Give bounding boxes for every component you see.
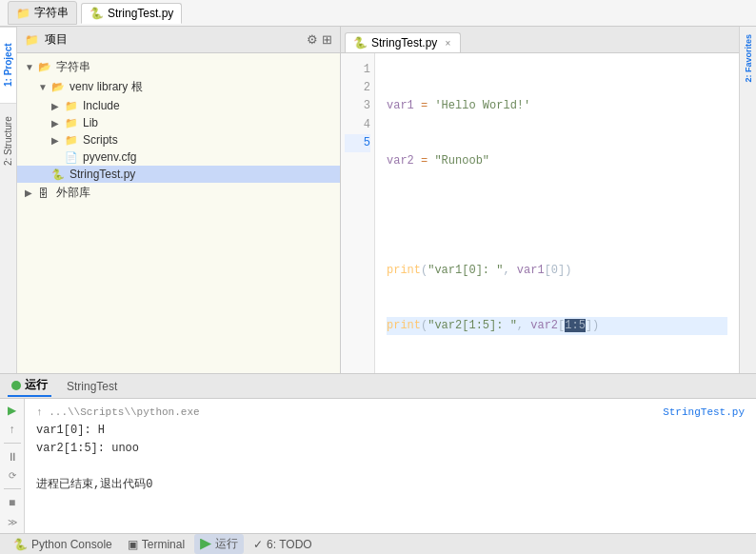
run-up-button[interactable]: ↑ xyxy=(3,422,22,437)
toolbar-separator xyxy=(4,443,21,444)
py-file-icon: 🐍 xyxy=(51,168,67,181)
tree-label-venv: venv library 根 xyxy=(70,79,143,95)
code-line-4: print("var1[0]: ", var1[0]) xyxy=(387,262,727,280)
status-console-label: Python Console xyxy=(31,538,112,551)
arrow-right-include: ▶ xyxy=(51,101,65,111)
line-num-2: 2 xyxy=(345,79,370,97)
editor-content: 1 2 3 4 5 var1 = 'Hello World!' var2 = "… xyxy=(341,53,739,373)
sidebar-item-project[interactable]: 1: Project xyxy=(0,27,16,103)
run-pause-button[interactable]: ⏸ xyxy=(3,449,22,465)
run-path-label: ↑ ...\\Scripts\\python.exe xyxy=(36,406,200,418)
arrow-right-scripts: ▶ xyxy=(51,135,65,146)
tree-item-venv[interactable]: ▼ 📂 venv library 根 xyxy=(17,77,340,97)
tree-item-root[interactable]: ▼ 📂 字符串 xyxy=(17,57,340,77)
py-icon-title: 🐍 xyxy=(90,7,104,20)
run-stop-button[interactable]: ■ xyxy=(3,495,22,510)
left-side-tabs: 1: Project 2: Structure xyxy=(0,27,17,373)
run-cmd-line: ↑ ...\\Scripts\\python.exe StringTest.py xyxy=(36,405,745,422)
tree-label-external: 外部库 xyxy=(56,185,90,201)
line-num-5: 5 xyxy=(345,134,370,152)
status-bar: 🐍 Python Console ▣ Terminal 运行 ✓ 6: TODO xyxy=(0,533,756,554)
status-tab-todo[interactable]: ✓ 6: TODO xyxy=(248,536,318,553)
tree-item-include[interactable]: ▶ 📁 Include xyxy=(17,97,340,114)
run-dot-icon xyxy=(11,381,21,390)
arrow-down: ▼ xyxy=(25,62,38,72)
cfg-file-icon: 📄 xyxy=(65,151,80,164)
bottom-panel: 运行 StringTest ▶ ↑ ⏸ ⟳ ■ ≫ ↑ ...\\Scripts… xyxy=(0,373,756,554)
bottom-content: ▶ ↑ ⏸ ⟳ ■ ≫ ↑ ...\\Scripts\\python.exe S… xyxy=(0,399,756,533)
gear-icon[interactable]: ⚙ xyxy=(307,32,318,47)
line-num-4: 4 xyxy=(345,116,370,134)
editor-tab-stringtest[interactable]: 🐍 StringTest.py × xyxy=(345,32,461,52)
arrow-right-external: ▶ xyxy=(25,188,38,198)
expand-icon[interactable]: ⊞ xyxy=(322,32,332,47)
python-console-icon: 🐍 xyxy=(13,538,28,551)
favorites-item[interactable]: 2: Favorites xyxy=(742,30,755,87)
toolbar-separator-2 xyxy=(4,488,21,489)
line-num-1: 1 xyxy=(345,61,370,79)
run-toolbar: ▶ ↑ ⏸ ⟳ ■ ≫ xyxy=(0,399,25,533)
code-editor[interactable]: var1 = 'Hello World!' var2 = "Runoob" pr… xyxy=(375,53,739,373)
status-tab-run[interactable]: 运行 xyxy=(194,534,244,554)
status-tab-console[interactable]: 🐍 Python Console xyxy=(8,536,118,553)
folder-open-icon: 📂 xyxy=(38,61,53,73)
folder-icon-lib: 📁 xyxy=(65,117,80,129)
line-num-3: 3 xyxy=(345,97,370,115)
py-tab-icon: 🐍 xyxy=(353,36,368,49)
editor-area: 🐍 StringTest.py × 1 2 3 4 5 var1 = 'Hell… xyxy=(341,27,739,373)
tree-item-lib[interactable]: ▶ 📁 Lib xyxy=(17,114,340,131)
bottom-tab-run[interactable]: 运行 xyxy=(8,375,51,397)
sidebar-item-structure[interactable]: 2: Structure xyxy=(0,103,16,179)
project-tree: ▼ 📂 字符串 ▼ 📂 venv library 根 ▶ 📁 Include ▶… xyxy=(17,53,340,373)
run-file-link[interactable]: StringTest.py xyxy=(663,405,745,422)
run-output-line-3 xyxy=(36,458,745,476)
tree-item-stringtest[interactable]: ▶ 🐍 StringTest.py xyxy=(17,166,340,183)
tree-label-root: 字符串 xyxy=(56,59,90,75)
status-todo-label: 6: TODO xyxy=(267,538,312,551)
tree-label-stringtest: StringTest.py xyxy=(70,168,135,181)
project-panel: 📁 项目 ⚙ ⊞ ▼ 📂 字符串 ▼ 📂 venv library 根 xyxy=(17,27,341,373)
run-output-line-4: 进程已结束,退出代码0 xyxy=(36,476,745,494)
tree-item-scripts[interactable]: ▶ 📁 Scripts xyxy=(17,131,340,148)
run-output-line-1: var1[0]: H xyxy=(36,422,745,440)
status-run-label: 运行 xyxy=(215,536,238,552)
tree-label-lib: Lib xyxy=(83,116,98,129)
bottom-tab-name-label: StringTest xyxy=(67,380,117,393)
tab-close-icon[interactable]: × xyxy=(445,38,450,49)
folder-icon-scripts: 📁 xyxy=(65,134,80,147)
run-output-line-2: var2[1:5]: unoo xyxy=(36,440,745,458)
bottom-tab-run-label: 运行 xyxy=(25,377,48,393)
title-tab-file[interactable]: 🐍 StringTest.py xyxy=(81,3,182,24)
title-tab-folder-label: 字符串 xyxy=(34,5,69,21)
main-area: 1: Project 2: Structure 📁 项目 ⚙ ⊞ ▼ 📂 字符串 xyxy=(0,27,756,373)
run-play-button[interactable]: ▶ xyxy=(3,403,22,418)
project-panel-header: 📁 项目 ⚙ ⊞ xyxy=(17,27,340,53)
project-panel-header-left: 📁 项目 xyxy=(25,31,68,48)
arrow-down-venv: ▼ xyxy=(38,82,51,92)
status-terminal-label: Terminal xyxy=(142,538,185,551)
tree-label-scripts: Scripts xyxy=(83,133,118,147)
editor-tab-label: StringTest.py xyxy=(371,36,437,49)
bottom-tab-name[interactable]: StringTest xyxy=(63,378,121,395)
title-bar: 📁 字符串 🐍 StringTest.py xyxy=(0,0,756,27)
editor-tabs: 🐍 StringTest.py × xyxy=(341,27,739,53)
favorites-bar: 2: Favorites xyxy=(739,27,756,373)
todo-icon: ✓ xyxy=(253,538,263,551)
folder-icon-include: 📁 xyxy=(65,100,80,112)
tree-item-pyvenv[interactable]: ▶ 📄 pyvenv.cfg xyxy=(17,148,340,166)
tree-item-external[interactable]: ▶ 🗄 外部库 xyxy=(17,183,340,203)
tree-label-pyvenv: pyvenv.cfg xyxy=(83,150,136,164)
run-more-button[interactable]: ≫ xyxy=(3,514,22,529)
folder-open-icon-venv: 📂 xyxy=(51,81,67,93)
bottom-panel-tabs: 运行 StringTest xyxy=(0,374,756,399)
project-panel-header-right: ⚙ ⊞ xyxy=(307,32,332,47)
title-tab-folder[interactable]: 📁 字符串 xyxy=(8,1,77,25)
run-rerun-button[interactable]: ⟳ xyxy=(3,468,22,484)
status-tab-terminal[interactable]: ▣ Terminal xyxy=(122,536,190,553)
line-numbers: 1 2 3 4 5 xyxy=(341,53,375,373)
db-icon: 🗄 xyxy=(38,188,53,199)
code-line-5: print("var2[1:5]: ", var2[1:5]) xyxy=(387,317,727,335)
run-output-area: ↑ ...\\Scripts\\python.exe StringTest.py… xyxy=(25,399,756,533)
arrow-right-lib: ▶ xyxy=(51,118,65,129)
tree-label-include: Include xyxy=(83,99,120,112)
